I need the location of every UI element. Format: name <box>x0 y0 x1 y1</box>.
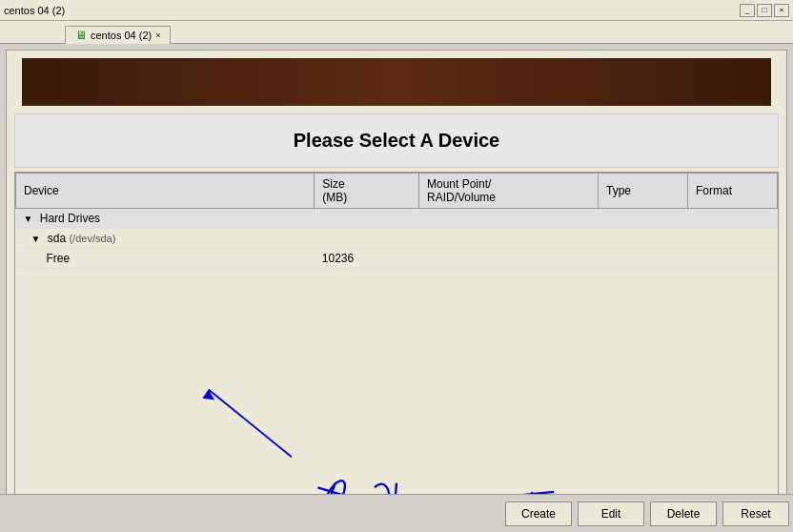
app-banner <box>22 58 771 106</box>
col-size: Size(MB) <box>315 174 419 209</box>
sda-expand-icon: ▼ <box>31 234 41 244</box>
window-title: centos 04 (2) <box>4 5 740 16</box>
tab-icon: 🖥 <box>75 29 87 42</box>
free-device: Free <box>16 249 315 269</box>
title-bar: centos 04 (2) _ □ × <box>0 0 793 21</box>
page-title: Please Select A Device <box>294 130 499 151</box>
hard-drives-section[interactable]: ▼ Hard Drives <box>16 209 778 229</box>
bottom-toolbar: Create Edit Delete Reset <box>0 494 793 532</box>
hard-drives-label: ▼ Hard Drives <box>16 209 778 229</box>
tab-close-icon[interactable]: × <box>155 31 160 40</box>
sda-size <box>315 229 419 249</box>
col-mountpoint: Mount Point/RAID/Volume <box>418 174 598 209</box>
window-controls[interactable]: _ □ × <box>740 4 789 17</box>
table-row[interactable]: ▼ sda (/dev/sda) <box>16 229 778 249</box>
main-content: Please Select A Device Device Size(MB) M… <box>6 50 787 524</box>
sda-type <box>598 229 687 249</box>
page-title-area: Please Select A Device <box>14 113 779 168</box>
svg-marker-1 <box>202 390 214 400</box>
free-format <box>687 249 777 269</box>
sda-format <box>687 229 777 249</box>
tab-bar: 🖥 centos 04 (2) × <box>0 21 793 44</box>
tab-label: centos 04 (2) <box>91 30 152 41</box>
create-button[interactable]: Create <box>505 501 572 526</box>
close-button[interactable]: × <box>774 4 789 17</box>
edit-button[interactable]: Edit <box>578 501 644 526</box>
maximize-button[interactable]: □ <box>757 4 772 17</box>
table-header-row: Device Size(MB) Mount Point/RAID/Volume … <box>16 174 778 209</box>
free-size: 10236 <box>315 249 419 269</box>
main-tab[interactable]: 🖥 centos 04 (2) × <box>65 26 171 44</box>
reset-button[interactable]: Reset <box>722 501 789 526</box>
sda-mount <box>418 229 598 249</box>
col-format: Format <box>687 174 777 209</box>
col-device: Device <box>16 174 315 209</box>
device-table-container: Device Size(MB) Mount Point/RAID/Volume … <box>14 172 779 523</box>
device-table: Device Size(MB) Mount Point/RAID/Volume … <box>15 173 778 269</box>
sda-device: ▼ sda (/dev/sda) <box>16 229 315 249</box>
svg-line-0 <box>209 390 292 458</box>
free-type <box>598 249 687 269</box>
table-row[interactable]: Free 10236 <box>16 249 778 269</box>
minimize-button[interactable]: _ <box>740 4 755 17</box>
expand-icon: ▼ <box>24 214 33 224</box>
col-type: Type <box>598 174 687 209</box>
free-mount <box>418 249 598 269</box>
delete-button[interactable]: Delete <box>650 501 717 526</box>
